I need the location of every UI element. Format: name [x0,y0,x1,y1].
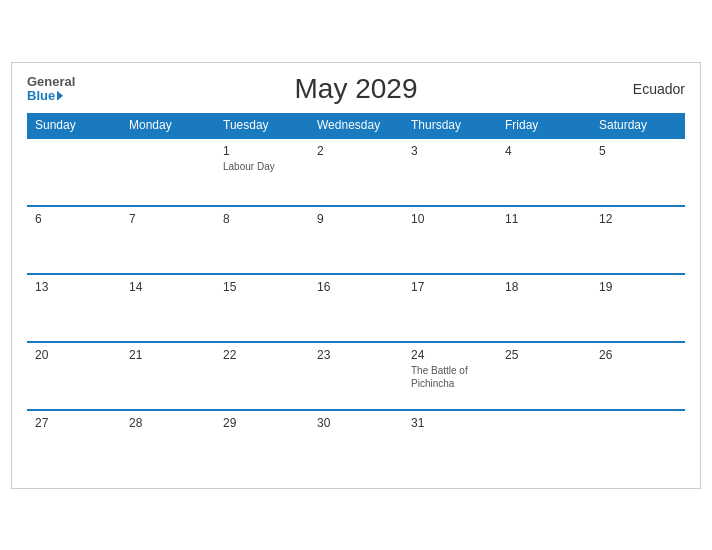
calendar-cell: 12 [591,206,685,274]
calendar-cell [121,138,215,206]
calendar-cell: 3 [403,138,497,206]
day-number: 24 [411,348,489,362]
day-number: 7 [129,212,207,226]
calendar-cell: 16 [309,274,403,342]
day-number: 14 [129,280,207,294]
calendar-cell: 29 [215,410,309,478]
holiday-text: The Battle of Pichincha [411,364,489,390]
brand-logo: General Blue [27,74,75,103]
calendar-cell: 28 [121,410,215,478]
calendar-grid: Sunday Monday Tuesday Wednesday Thursday… [27,113,685,478]
calendar-cell [27,138,121,206]
day-number: 16 [317,280,395,294]
day-number: 25 [505,348,583,362]
day-number: 30 [317,416,395,430]
calendar-container: General Blue May 2029 Ecuador Sunday Mon… [11,62,701,489]
day-number: 3 [411,144,489,158]
day-number: 23 [317,348,395,362]
calendar-cell: 25 [497,342,591,410]
calendar-cell: 24The Battle of Pichincha [403,342,497,410]
day-number: 9 [317,212,395,226]
calendar-cell: 2 [309,138,403,206]
day-number: 15 [223,280,301,294]
header-tuesday: Tuesday [215,113,309,138]
day-number: 13 [35,280,113,294]
day-number: 17 [411,280,489,294]
day-number: 6 [35,212,113,226]
calendar-week-row: 2728293031 [27,410,685,478]
day-number: 1 [223,144,301,158]
calendar-cell: 11 [497,206,591,274]
calendar-cell: 18 [497,274,591,342]
day-number: 27 [35,416,113,430]
day-number: 4 [505,144,583,158]
brand-general-text: General [27,74,75,88]
calendar-cell: 23 [309,342,403,410]
calendar-cell: 26 [591,342,685,410]
day-number: 29 [223,416,301,430]
day-number: 28 [129,416,207,430]
day-number: 5 [599,144,677,158]
header-wednesday: Wednesday [309,113,403,138]
calendar-cell: 19 [591,274,685,342]
day-number: 22 [223,348,301,362]
calendar-cell: 31 [403,410,497,478]
calendar-cell: 9 [309,206,403,274]
calendar-cell: 15 [215,274,309,342]
calendar-cell: 22 [215,342,309,410]
calendar-cell [497,410,591,478]
day-number: 19 [599,280,677,294]
calendar-cell: 4 [497,138,591,206]
calendar-title: May 2029 [295,73,418,105]
calendar-cell: 30 [309,410,403,478]
day-number: 21 [129,348,207,362]
header-saturday: Saturday [591,113,685,138]
header-monday: Monday [121,113,215,138]
brand-blue-text: Blue [27,89,63,103]
calendar-cell [591,410,685,478]
day-number: 26 [599,348,677,362]
calendar-cell: 17 [403,274,497,342]
day-number: 8 [223,212,301,226]
calendar-cell: 8 [215,206,309,274]
calendar-cell: 5 [591,138,685,206]
calendar-cell: 21 [121,342,215,410]
header-thursday: Thursday [403,113,497,138]
days-header-row: Sunday Monday Tuesday Wednesday Thursday… [27,113,685,138]
day-number: 31 [411,416,489,430]
day-number: 12 [599,212,677,226]
calendar-cell: 7 [121,206,215,274]
calendar-week-row: 2021222324The Battle of Pichincha2526 [27,342,685,410]
day-number: 18 [505,280,583,294]
calendar-cell: 20 [27,342,121,410]
calendar-week-row: 13141516171819 [27,274,685,342]
calendar-week-row: 1Labour Day2345 [27,138,685,206]
calendar-cell: 14 [121,274,215,342]
calendar-cell: 27 [27,410,121,478]
header-friday: Friday [497,113,591,138]
day-number: 11 [505,212,583,226]
holiday-text: Labour Day [223,160,301,173]
calendar-cell: 10 [403,206,497,274]
calendar-week-row: 6789101112 [27,206,685,274]
calendar-cell: 6 [27,206,121,274]
header-sunday: Sunday [27,113,121,138]
calendar-cell: 1Labour Day [215,138,309,206]
calendar-header: General Blue May 2029 Ecuador [27,73,685,105]
calendar-cell: 13 [27,274,121,342]
country-label: Ecuador [633,81,685,97]
day-number: 2 [317,144,395,158]
day-number: 20 [35,348,113,362]
brand-triangle-icon [57,91,63,101]
day-number: 10 [411,212,489,226]
